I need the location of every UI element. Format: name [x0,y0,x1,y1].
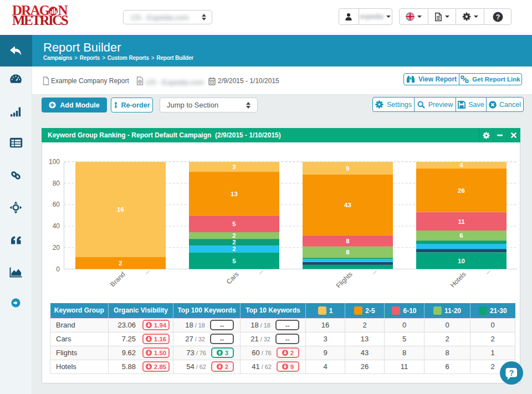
svg-text:2: 2 [119,260,122,267]
svg-text:2: 2 [232,232,236,239]
svg-text:60: 60 [53,201,60,208]
svg-text:5: 5 [232,221,236,227]
svg-text:?: ? [509,369,514,377]
svg-text:?: ? [495,13,500,21]
svg-text:8: 8 [346,238,350,244]
svg-text:Brand: Brand [109,270,127,289]
svg-text:5: 5 [232,258,236,264]
svg-text:80: 80 [53,180,60,187]
svg-text:11: 11 [458,218,465,225]
svg-text:6: 6 [459,232,463,239]
svg-text:9: 9 [346,165,349,172]
svg-text:16: 16 [117,206,124,213]
svg-text:4: 4 [459,162,463,168]
svg-text:Flights: Flights [335,270,354,290]
svg-text:26: 26 [458,187,465,194]
svg-text:2: 2 [232,245,236,252]
svg-text:13: 13 [231,191,238,197]
svg-text:Cars: Cars [225,270,241,286]
svg-text:3: 3 [232,163,236,170]
svg-text:0: 0 [56,265,60,273]
svg-text:20: 20 [53,244,60,252]
svg-text:40: 40 [53,222,60,230]
svg-text:2: 2 [232,239,236,245]
svg-text:10: 10 [458,258,465,264]
svg-text:43: 43 [344,202,351,208]
svg-text:Hotels: Hotels [449,270,468,289]
svg-text:8: 8 [346,249,350,255]
svg-text:100: 100 [49,158,60,166]
